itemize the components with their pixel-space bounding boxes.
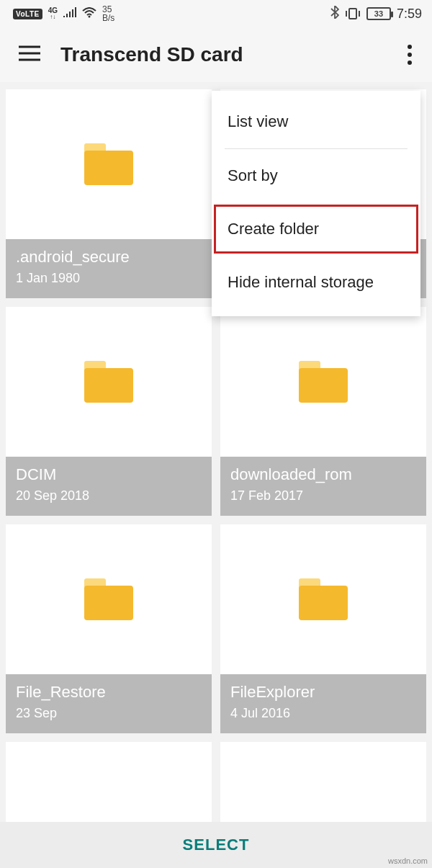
bluetooth-icon [330, 6, 339, 22]
svg-point-0 [89, 15, 91, 17]
folder-date: 1 Jan 1980 [16, 271, 202, 286]
select-label: SELECT [183, 836, 250, 854]
signal-icon [63, 7, 76, 20]
svg-rect-1 [349, 9, 356, 19]
menu-item-hide-internal[interactable]: Hide internal storage [212, 256, 420, 309]
folder-tile[interactable]: downloaded_rom 17 Feb 2017 [220, 307, 426, 516]
folder-icon [84, 578, 133, 620]
menu-item-create-folder[interactable]: Create folder [212, 202, 420, 256]
battery-indicator: 33 [366, 7, 391, 20]
volte-badge: VoLTE [13, 9, 42, 19]
overflow-menu-icon[interactable] [400, 39, 419, 71]
menu-icon[interactable] [19, 45, 40, 64]
clock: 7:59 [397, 6, 422, 22]
network-4g-indicator: 4G ↑↓ [48, 7, 58, 20]
network-speed: 35 B/s [102, 5, 114, 22]
folder-icon [299, 361, 348, 403]
folder-icon [84, 143, 133, 185]
app-toolbar: Transcend SD card [0, 27, 432, 82]
folder-icon [84, 361, 133, 403]
folder-tile[interactable]: .android_secure 1 Jan 1980 [6, 89, 212, 298]
folder-name: File_Restore [16, 683, 202, 702]
folder-date: 17 Feb 2017 [230, 488, 416, 504]
folder-date: 4 Jul 2016 [230, 706, 416, 721]
vibrate-icon [345, 7, 361, 20]
select-button[interactable]: SELECT [0, 822, 432, 868]
folder-tile[interactable] [220, 742, 426, 828]
folder-date: 20 Sep 2018 [16, 488, 202, 504]
folder-name: downloaded_rom [230, 465, 416, 484]
folder-date: 23 Sep [16, 706, 202, 721]
menu-item-list-view[interactable]: List view [212, 95, 420, 148]
watermark: wsxdn.com [388, 856, 428, 865]
folder-tile[interactable]: FileExplorer 4 Jul 2016 [220, 524, 426, 733]
folder-icon [299, 578, 348, 620]
folder-name: DCIM [16, 465, 202, 484]
folder-name: FileExplorer [230, 683, 416, 702]
page-title: Transcend SD card [60, 43, 380, 66]
folder-name: .android_secure [16, 248, 202, 267]
overflow-menu: List view Sort by Create folder Hide int… [212, 91, 420, 316]
folder-tile[interactable] [6, 742, 212, 828]
folder-tile[interactable]: File_Restore 23 Sep [6, 524, 212, 733]
folder-tile[interactable]: DCIM 20 Sep 2018 [6, 307, 212, 516]
menu-item-sort-by[interactable]: Sort by [212, 149, 420, 202]
wifi-icon [82, 7, 96, 21]
status-bar: VoLTE 4G ↑↓ 35 B/s 33 7:59 [0, 0, 432, 27]
